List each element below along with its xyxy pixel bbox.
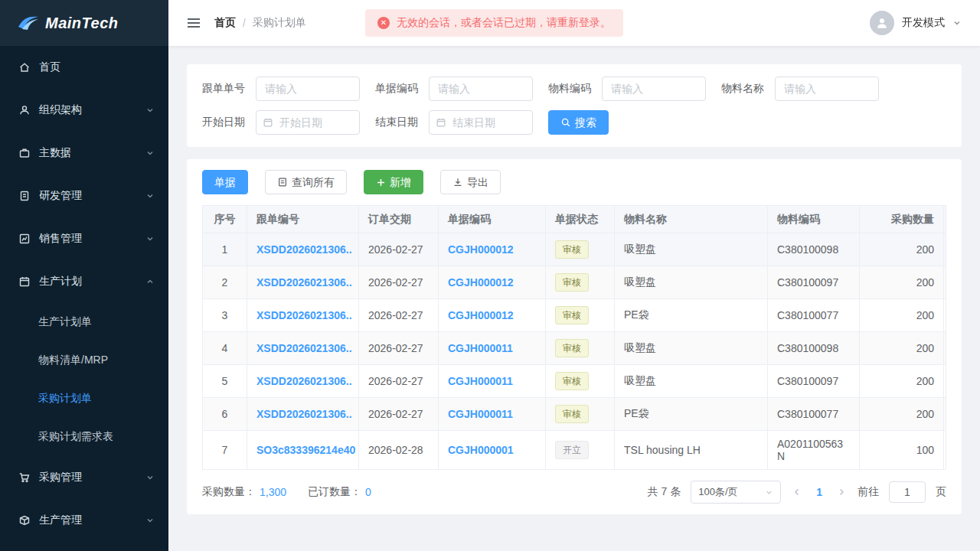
material-name: 吸塑盘 (615, 266, 768, 299)
prev-page-button[interactable] (791, 487, 803, 497)
delivery-date: 2026-02-27 (359, 398, 439, 431)
spacer-cell (944, 266, 946, 299)
sidebar-subitem-purchase-plan-order[interactable]: 采购计划单 (0, 380, 168, 418)
download-icon (452, 177, 463, 187)
sidebar-item-label: 生产管理 (39, 514, 82, 527)
doc-no-link[interactable]: CGJH000012 (439, 233, 546, 266)
row-index: 5 (203, 365, 247, 398)
app-logo: MainTech (0, 0, 168, 46)
status-cell: 审核 (546, 233, 615, 266)
goto-page-input[interactable] (889, 481, 926, 503)
filter-field-end-date: 结束日期 (375, 110, 533, 135)
search-button[interactable]: 搜索 (548, 110, 609, 135)
status-cell: 审核 (546, 365, 615, 398)
status-badge: 审核 (555, 405, 589, 423)
material-name-input[interactable] (775, 77, 879, 101)
export-button[interactable]: 导出 (440, 170, 501, 194)
column-header-material-name: 物料名称 (615, 206, 768, 233)
material-code: C380100097 (768, 266, 860, 299)
filter-panel: 跟单单号 单据编码 物料编码 物料名称 开始日期 (187, 64, 962, 147)
order-no-link[interactable]: SO3c833396214e40 (247, 431, 359, 470)
order-no-link[interactable]: XSDD2026021306.. (247, 365, 359, 398)
docs-button[interactable]: 单据 (202, 170, 248, 194)
hamburger-menu-icon[interactable] (187, 17, 201, 29)
query-all-button[interactable]: 查询所有 (265, 170, 347, 194)
row-index: 6 (203, 398, 247, 431)
sidebar-item-organization[interactable]: 组织架构 (0, 89, 168, 132)
table-row: 1XSDD2026021306..2026-02-27CGJH000012审核吸… (203, 233, 946, 266)
ordered-qty-value[interactable]: 0 (365, 486, 371, 498)
page-size-select[interactable]: 100条/页 (691, 481, 781, 504)
result-panel: 单据 查询所有 新增 导出 (187, 159, 962, 514)
purchase-qty: 100 (860, 431, 944, 470)
sidebar-item-label: 组织架构 (39, 103, 82, 117)
row-index: 1 (203, 233, 247, 266)
material-code-input[interactable] (602, 77, 706, 101)
purchase-qty: 200 (860, 398, 944, 431)
sidebar-item-sales[interactable]: 销售管理 (0, 217, 168, 260)
sidebar-subitem-bom-mrp[interactable]: 物料清单/MRP (0, 341, 168, 380)
purchase-qty-label: 采购数量： (202, 485, 256, 499)
toolbar: 单据 查询所有 新增 导出 (202, 170, 946, 194)
user-menu[interactable]: 开发模式 (870, 11, 962, 35)
add-button[interactable]: 新增 (364, 170, 423, 194)
doc-no-link[interactable]: CGJH000011 (439, 332, 546, 365)
table-row: 5XSDD2026021306..2026-02-27CGJH000011审核吸… (203, 365, 946, 398)
sidebar-subitem-purchase-plan-demand[interactable]: 采购计划需求表 (0, 418, 168, 456)
order-no-input[interactable] (256, 77, 360, 101)
sidebar-item-master-data[interactable]: 主数据 (0, 132, 168, 174)
purchase-qty-value[interactable]: 1,300 (260, 486, 286, 498)
doc-no-link[interactable]: CGJH000012 (439, 266, 546, 299)
table-header-row: 序号 跟单编号 订单交期 单据编码 单据状态 物料名称 物料编码 采购数量 (203, 206, 946, 233)
start-date-input[interactable] (256, 110, 360, 135)
page-number-1[interactable]: 1 (813, 486, 825, 498)
docs-button-label: 单据 (214, 177, 236, 187)
status-badge: 审核 (555, 273, 589, 292)
order-no-link[interactable]: XSDD2026021306.. (247, 299, 359, 332)
field-label: 单据编码 (375, 82, 418, 96)
status-cell: 开立 (546, 431, 615, 470)
error-circle-icon: ✕ (377, 17, 390, 29)
filter-field-doc-code: 单据编码 (375, 77, 533, 101)
field-label: 物料编码 (548, 82, 591, 96)
session-error-alert: ✕ 无效的会话，或者会话已过期，请重新登录。 (365, 9, 623, 37)
sidebar-item-rnd[interactable]: 研发管理 (0, 174, 168, 217)
end-date-input[interactable] (429, 110, 533, 135)
chevron-down-icon (765, 488, 773, 497)
order-no-link[interactable]: XSDD2026021306.. (247, 266, 359, 299)
delivery-date: 2026-02-27 (359, 233, 439, 266)
material-code: C380100098 (768, 233, 860, 266)
material-code: C380100077 (768, 299, 860, 332)
spacer-cell (944, 332, 946, 365)
status-badge: 审核 (555, 306, 589, 324)
breadcrumb-home[interactable]: 首页 (214, 16, 236, 30)
next-page-button[interactable] (835, 487, 848, 497)
end-date-wrapper (429, 110, 533, 135)
order-no-link[interactable]: XSDD2026021306.. (247, 332, 359, 365)
sidebar-item-production-plan[interactable]: 生产计划 (0, 260, 168, 303)
material-name: TSL housing LH (615, 431, 768, 470)
column-header-doc-no: 单据编码 (439, 206, 546, 233)
table-row: 7SO3c833396214e402026-02-28CGJH000001开立T… (203, 431, 946, 470)
doc-no-link[interactable]: CGJH000011 (439, 365, 546, 398)
doc-no-link[interactable]: CGJH000012 (439, 299, 546, 332)
filter-field-order-no: 跟单单号 (202, 77, 360, 101)
doc-no-link[interactable]: CGJH000011 (439, 398, 546, 431)
doc-no-link[interactable]: CGJH000001 (439, 431, 546, 470)
plus-icon (376, 178, 386, 187)
order-no-link[interactable]: XSDD2026021306.. (247, 398, 359, 431)
doc-code-input[interactable] (429, 77, 533, 101)
breadcrumb-current: 采购计划单 (253, 16, 306, 30)
ordered-qty-stat: 已订数量： 0 (308, 485, 371, 499)
status-badge: 审核 (555, 372, 589, 390)
field-label: 结束日期 (375, 116, 418, 129)
sidebar-item-production-mgmt[interactable]: 生产管理 (0, 499, 168, 542)
chart-icon (18, 233, 31, 245)
status-cell: 审核 (546, 299, 615, 332)
field-label: 开始日期 (202, 116, 245, 129)
sidebar-item-home[interactable]: 首页 (0, 46, 168, 89)
purchase-plan-table: 序号 跟单编号 订单交期 单据编码 单据状态 物料名称 物料编码 采购数量 1X… (202, 205, 946, 470)
sidebar-item-purchasing[interactable]: 采购管理 (0, 456, 168, 499)
order-no-link[interactable]: XSDD2026021306.. (247, 233, 359, 266)
sidebar-subitem-production-plan-order[interactable]: 生产计划单 (0, 303, 168, 341)
